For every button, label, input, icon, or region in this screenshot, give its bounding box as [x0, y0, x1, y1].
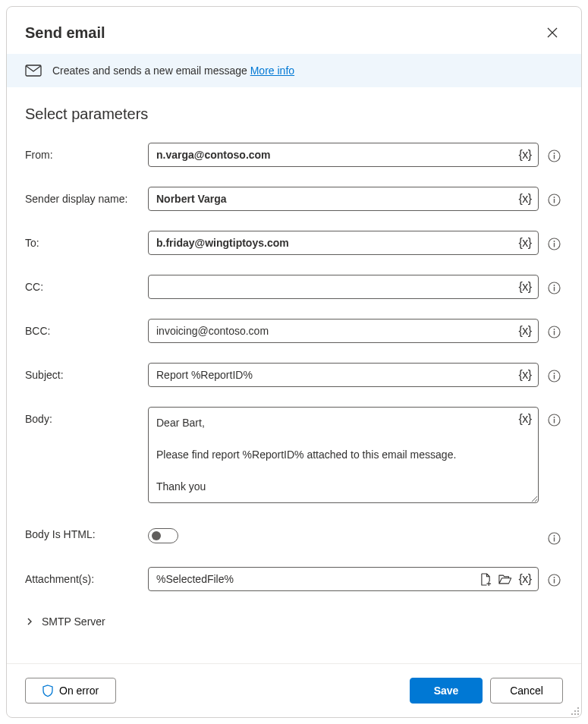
- info-icon: [548, 414, 561, 427]
- info-button[interactable]: [545, 190, 563, 209]
- param-body-html: Body Is HTML:: [25, 525, 563, 547]
- info-button[interactable]: [545, 571, 563, 589]
- select-file-button[interactable]: [476, 570, 495, 588]
- more-info-link[interactable]: More info: [250, 65, 294, 77]
- close-button[interactable]: [542, 22, 563, 43]
- bcc-input[interactable]: [148, 319, 539, 343]
- info-button[interactable]: [545, 529, 563, 547]
- smtp-server-expander[interactable]: SMTP Server: [25, 611, 563, 641]
- variable-picker-button[interactable]: {x}: [516, 366, 534, 384]
- body-label: Body:: [25, 407, 142, 425]
- svg-point-23: [553, 535, 555, 537]
- svg-point-14: [553, 329, 555, 330]
- info-icon: [548, 150, 561, 162]
- cc-input[interactable]: [148, 275, 539, 299]
- variable-picker-button[interactable]: {x}: [516, 410, 534, 428]
- info-button[interactable]: [545, 146, 563, 165]
- variable-icon: {x}: [518, 192, 531, 206]
- info-button[interactable]: [545, 367, 563, 385]
- svg-point-5: [553, 197, 555, 198]
- sender-label: Sender display name:: [25, 187, 142, 205]
- smtp-server-label: SMTP Server: [42, 615, 105, 628]
- param-attachments: Attachment(s): {x}: [25, 567, 563, 591]
- from-label: From:: [25, 143, 142, 161]
- variable-icon: {x}: [518, 280, 531, 294]
- dialog-content: Select parameters From: {x} Sender displ…: [7, 87, 581, 663]
- svg-point-8: [553, 241, 555, 242]
- folder-open-icon: [498, 574, 512, 584]
- close-icon: [547, 27, 558, 38]
- variable-icon: {x}: [518, 324, 531, 338]
- info-button[interactable]: [545, 323, 563, 341]
- svg-rect-9: [553, 243, 554, 247]
- variable-picker-button[interactable]: {x}: [516, 190, 534, 208]
- info-button[interactable]: [545, 411, 563, 429]
- send-email-dialog: Send email Creates and sends a new email…: [6, 6, 582, 718]
- variable-icon: {x}: [518, 412, 531, 426]
- to-label: To:: [25, 231, 142, 249]
- param-body: Body: {x}: [25, 407, 563, 505]
- svg-rect-27: [553, 579, 554, 584]
- on-error-label: On error: [59, 685, 99, 697]
- on-error-button[interactable]: On error: [25, 678, 116, 704]
- dialog-title: Send email: [25, 24, 105, 42]
- to-input[interactable]: [148, 231, 539, 255]
- info-button[interactable]: [545, 235, 563, 253]
- svg-point-17: [553, 373, 555, 374]
- shield-icon: [42, 685, 53, 697]
- info-button[interactable]: [545, 279, 563, 297]
- svg-rect-21: [553, 419, 554, 423]
- subject-input[interactable]: [148, 363, 539, 387]
- dialog-footer: On error Save Cancel: [7, 663, 581, 717]
- info-icon: [548, 370, 561, 382]
- svg-rect-6: [553, 199, 554, 203]
- info-icon: [548, 532, 561, 545]
- save-button[interactable]: Save: [410, 678, 483, 704]
- param-bcc: BCC: {x}: [25, 319, 563, 343]
- chevron-right-icon: [25, 617, 34, 626]
- param-cc: CC: {x}: [25, 275, 563, 299]
- toggle-knob: [152, 531, 161, 540]
- svg-point-20: [553, 417, 555, 418]
- cc-label: CC:: [25, 275, 142, 293]
- info-icon: [548, 194, 561, 206]
- info-icon: [548, 326, 561, 338]
- section-title: Select parameters: [25, 105, 563, 123]
- svg-rect-12: [553, 287, 554, 291]
- info-icon: [548, 574, 561, 587]
- variable-picker-button[interactable]: {x}: [516, 322, 534, 340]
- dialog-header: Send email: [7, 7, 581, 54]
- svg-point-2: [553, 153, 555, 154]
- cancel-button[interactable]: Cancel: [490, 678, 563, 704]
- envelope-icon: [25, 65, 42, 77]
- variable-icon: {x}: [518, 368, 531, 382]
- info-bar: Creates and sends a new email message Mo…: [7, 54, 581, 87]
- svg-rect-15: [553, 331, 554, 335]
- subject-label: Subject:: [25, 363, 142, 381]
- svg-rect-3: [553, 155, 554, 159]
- variable-picker-button[interactable]: {x}: [516, 234, 534, 252]
- param-from: From: {x}: [25, 143, 563, 167]
- body-input[interactable]: [148, 407, 539, 503]
- body-html-label: Body Is HTML:: [25, 525, 142, 540]
- variable-picker-button[interactable]: {x}: [516, 278, 534, 296]
- body-html-toggle[interactable]: [148, 528, 178, 543]
- from-input[interactable]: [148, 143, 539, 167]
- svg-rect-24: [553, 537, 554, 542]
- param-sender: Sender display name: {x}: [25, 187, 563, 211]
- info-icon: [548, 282, 561, 294]
- bcc-label: BCC:: [25, 319, 142, 337]
- info-icon: [548, 238, 561, 250]
- browse-button[interactable]: [496, 570, 514, 588]
- variable-icon: {x}: [518, 236, 531, 250]
- attachments-label: Attachment(s):: [25, 567, 142, 585]
- variable-picker-button[interactable]: {x}: [516, 146, 534, 164]
- sender-input[interactable]: [148, 187, 539, 211]
- param-to: To: {x}: [25, 231, 563, 255]
- info-text: Creates and sends a new email message Mo…: [52, 65, 294, 77]
- file-add-icon: [480, 573, 492, 586]
- variable-picker-button[interactable]: {x}: [516, 570, 534, 588]
- svg-point-26: [553, 577, 555, 578]
- svg-point-11: [553, 285, 555, 286]
- variable-icon: {x}: [518, 148, 531, 162]
